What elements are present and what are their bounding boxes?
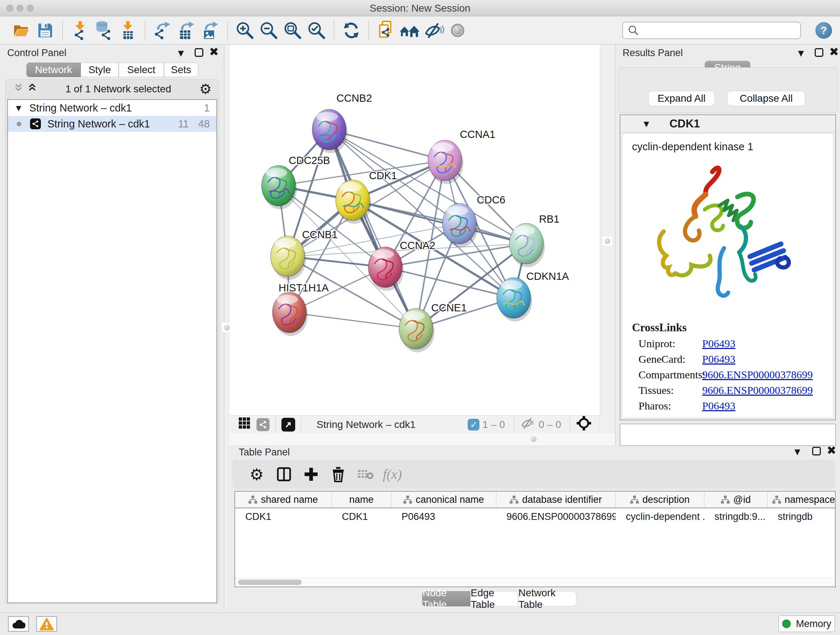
tab-network[interactable]: Network <box>27 63 81 77</box>
export-network-icon[interactable] <box>150 20 174 41</box>
table-cell[interactable]: stringdb <box>767 511 836 523</box>
collapse-all-button[interactable]: Collapse All <box>727 91 805 106</box>
network-collection-row[interactable]: ▼ String Network – cdk1 1 <box>8 100 216 116</box>
tab-style[interactable]: Style <box>81 63 118 77</box>
crosslink-link[interactable]: 9606.ENSP00000378699 <box>702 369 813 381</box>
refresh-icon[interactable] <box>339 20 363 41</box>
memory-button[interactable]: Memory <box>778 616 835 632</box>
bottom-splitter-handle[interactable] <box>531 436 537 442</box>
collection-collapse-icon[interactable]: ▼ <box>16 104 21 112</box>
search-input[interactable] <box>639 25 791 36</box>
open-session-icon[interactable] <box>9 20 33 41</box>
results-panel-menu-icon[interactable]: ▼ <box>798 49 804 57</box>
crosslink-link[interactable]: 9606.ENSP00000378699 <box>702 384 813 396</box>
scrollbar-thumb[interactable] <box>238 580 302 585</box>
toolbar-separator <box>514 416 514 433</box>
table-cell[interactable]: CDK1 <box>235 511 332 523</box>
hidden-eye-icon[interactable] <box>520 417 536 432</box>
help-icon[interactable]: ? <box>815 22 832 39</box>
table-cell[interactable]: cyclin-dependent ... <box>616 511 704 523</box>
import-network-database-icon[interactable] <box>92 20 116 41</box>
network-node[interactable]: HIST1H1A <box>272 282 329 336</box>
table-settings-gear-icon[interactable]: ⚙ <box>243 463 270 485</box>
results-panel-float-icon[interactable] <box>815 48 823 59</box>
network-node[interactable]: CCNA1 <box>428 128 495 184</box>
network-edge[interactable] <box>329 130 416 329</box>
navigator-crosshair-icon[interactable] <box>576 415 592 434</box>
gene-collapse-icon[interactable]: ▼ <box>644 119 649 128</box>
right-splitter-handle[interactable] <box>602 236 613 247</box>
table-horizontal-scrollbar[interactable] <box>235 578 835 586</box>
table-row[interactable]: CDK1CDK1P064939606.ENSP00000378699cyclin… <box>235 508 835 525</box>
gene-entry-header[interactable]: ▼ CDK1 <box>621 115 835 133</box>
save-session-icon[interactable] <box>33 20 57 41</box>
table-cell[interactable]: P06493 <box>392 511 496 523</box>
column-header[interactable]: namespace <box>767 492 836 508</box>
control-panel-float-icon[interactable] <box>195 48 203 59</box>
crosslink-link[interactable]: P06493 <box>702 337 736 350</box>
zoom-out-icon[interactable] <box>257 20 281 41</box>
network-edge[interactable] <box>353 200 526 244</box>
string-share-icon[interactable] <box>256 418 270 431</box>
gene-name: CDK1 <box>669 117 699 130</box>
tab-node-table[interactable]: Node Table <box>422 591 470 606</box>
export-image-icon[interactable] <box>198 20 222 41</box>
crosslink-link[interactable]: P06493 <box>702 400 736 412</box>
control-panel-menu-icon[interactable]: ▼ <box>178 49 184 57</box>
column-header[interactable]: canonical name <box>392 492 496 508</box>
column-header[interactable]: database identifier <box>496 492 616 508</box>
table-cell[interactable]: CDK1 <box>332 511 392 523</box>
search-field[interactable] <box>622 22 801 39</box>
expand-all-button[interactable]: Expand All <box>648 91 715 106</box>
network-node[interactable]: CDC6 <box>442 194 505 247</box>
expand-all-networks-icon[interactable] <box>27 82 37 96</box>
network-node[interactable]: CDKN1A <box>497 271 569 321</box>
network-node[interactable]: CDC25B <box>262 155 330 209</box>
export-table-icon[interactable] <box>174 20 198 41</box>
selected-nodes-checkbox[interactable]: ✓ <box>468 419 479 431</box>
warnings-button[interactable] <box>36 616 57 632</box>
table-cell[interactable]: 9606.ENSP00000378699 <box>496 511 616 523</box>
split-columns-icon[interactable] <box>270 463 297 485</box>
hide-view-icon[interactable] <box>422 20 446 41</box>
column-header[interactable]: name <box>332 492 392 508</box>
control-panel-close-icon[interactable]: ✖ <box>209 48 219 56</box>
network-graph[interactable]: CCNB2CCNA1CDC25BCDK1CDC6RB1CCNB1CCNA2CDK… <box>230 44 600 415</box>
tab-sets[interactable]: Sets <box>164 63 198 77</box>
table-panel-float-icon[interactable] <box>812 447 821 458</box>
open-view-icon[interactable] <box>281 418 295 432</box>
zoom-selected-icon[interactable] <box>305 20 328 41</box>
add-column-icon[interactable] <box>297 463 325 485</box>
cloud-button[interactable] <box>8 616 29 632</box>
tab-network-table[interactable]: Network Table <box>518 591 576 606</box>
network-row-selected[interactable]: String Network – cdk1 11 48 <box>8 116 216 132</box>
import-network-file-icon[interactable] <box>68 20 92 41</box>
column-header[interactable]: description <box>616 492 704 508</box>
home-view-icon[interactable] <box>398 20 422 41</box>
table-panel-close-icon[interactable]: ✖ <box>827 446 836 455</box>
network-canvas[interactable]: CCNB2CCNA1CDC25BCDK1CDC6RB1CCNB1CCNA2CDK… <box>230 44 600 415</box>
column-header[interactable]: @id <box>704 492 767 508</box>
import-table-file-icon[interactable] <box>116 20 140 41</box>
birds-eye-grid-icon[interactable] <box>238 417 251 432</box>
network-node[interactable]: CCNE1 <box>399 302 467 352</box>
results-panel-close-icon[interactable]: ✖ <box>829 48 839 56</box>
zoom-in-icon[interactable] <box>233 20 257 41</box>
network-node[interactable]: RB1 <box>509 213 559 267</box>
network-edge[interactable] <box>289 312 416 329</box>
collapse-all-networks-icon[interactable] <box>13 82 24 96</box>
network-node[interactable]: CCNB2 <box>312 92 372 153</box>
right-splitter[interactable] <box>600 44 615 446</box>
network-options-gear-icon[interactable]: ⚙ <box>199 81 212 97</box>
clone-document-icon[interactable] <box>374 20 398 41</box>
tab-select[interactable]: Select <box>118 63 164 77</box>
table-panel-menu-icon[interactable]: ▼ <box>794 448 800 456</box>
table-cell[interactable]: stringdb:9... <box>704 511 767 523</box>
network-node[interactable]: CCNA2 <box>368 240 435 291</box>
crosslink-link[interactable]: P06493 <box>702 353 736 365</box>
toolbar-separator <box>570 416 570 433</box>
tab-edge-table[interactable]: Edge Table <box>470 591 518 606</box>
zoom-fit-icon[interactable] <box>281 20 305 41</box>
column-header[interactable]: shared name <box>235 492 332 508</box>
delete-column-icon[interactable] <box>325 463 352 485</box>
